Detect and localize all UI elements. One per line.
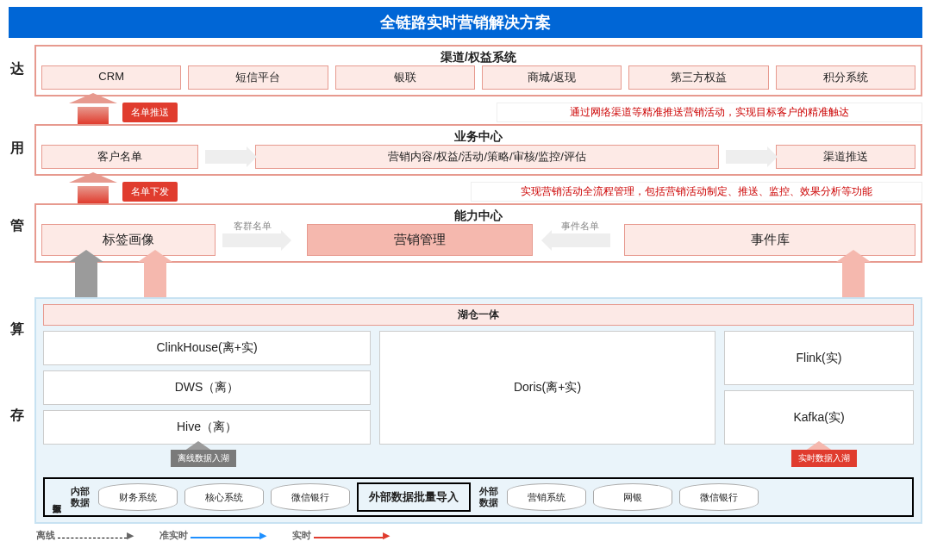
- lake-kafka: Kafka(实): [724, 390, 914, 445]
- big-arrow-gray: [69, 250, 103, 302]
- biz-title: 业务中心: [41, 129, 915, 145]
- diagram-body: 达 用 管 算 存 渠道/权益系统 CRM 短信平台 银联 商城/返现 第三方权…: [34, 45, 922, 524]
- tag-push: 名单推送: [122, 103, 178, 122]
- ch-crm: CRM: [41, 65, 181, 90]
- lake-doris: Doris(离+实): [379, 331, 715, 445]
- biz-left: 客户名单: [41, 145, 198, 169]
- biz-panel: 业务中心 客户名单 营销内容/权益/活动/策略/审核/监控/评估 渠道推送: [34, 124, 922, 176]
- lake-title: 湖仓一体: [43, 304, 914, 326]
- biz-right: 渠道推送: [776, 145, 915, 169]
- ch-union: 银联: [335, 65, 475, 90]
- lake-flink: Flink(实): [724, 331, 914, 385]
- arrow-icon: 事件名单: [550, 233, 610, 247]
- data-source-row: 数据源 内部 数据 财务系统 核心系统 微信银行 外部数据批量导入 外部 数据 …: [43, 477, 914, 517]
- arrow-icon: [726, 150, 769, 164]
- ch-points: 积分系统: [776, 65, 915, 90]
- cap-right: 事件库: [624, 224, 915, 256]
- legend: 离线 ▶ 准实时 ▶ 实时 ▶: [36, 529, 922, 542]
- leg-offline: 离线 ▶: [36, 529, 134, 542]
- arrow-up-1: [69, 100, 117, 124]
- side-suan: 算: [10, 320, 24, 339]
- big-arrow-pink2: [836, 250, 871, 302]
- big-arrow-pink1: [138, 250, 172, 302]
- side-da: 达: [10, 60, 24, 78]
- cyl-mkt: 营销系统: [507, 483, 586, 511]
- cyl-ebank: 网银: [593, 483, 672, 511]
- ch-3rd: 第三方权益: [628, 65, 768, 90]
- cyl-wx2: 微信银行: [679, 483, 759, 511]
- cap-title: 能力中心: [41, 208, 915, 224]
- ch-sms: 短信平台: [188, 65, 328, 90]
- lake-dws: DWS（离）: [43, 370, 371, 405]
- ch-mall: 商城/返现: [482, 65, 622, 90]
- cyl-wx1: 微信银行: [271, 483, 350, 511]
- biz-note: 实现营销活动全流程管理，包括营销活动制定、推送、监控、效果分析等功能: [471, 182, 922, 202]
- side-guan: 管: [10, 217, 24, 235]
- lake-ch: ClinkHouse(离+实): [43, 331, 371, 365]
- cap-mid: 营销管理: [307, 224, 533, 256]
- cyl-core: 核心系统: [184, 483, 264, 511]
- ext-import: 外部数据批量导入: [357, 482, 471, 512]
- grp-internal: 内部 数据: [69, 486, 91, 508]
- grp-external: 外部 数据: [478, 486, 500, 508]
- leg-near: 准实时 ▶: [159, 529, 266, 542]
- lake-panel: 湖仓一体 ClinkHouse(离+实) DWS（离） Hive（离） Dori…: [34, 297, 922, 524]
- side-cun: 存: [10, 407, 24, 425]
- channel-title: 渠道/权益系统: [41, 50, 915, 65]
- lake-hive: Hive（离）: [43, 410, 371, 445]
- biz-mid: 营销内容/权益/活动/策略/审核/监控/评估: [255, 145, 719, 169]
- leg-rt: 实时 ▶: [292, 529, 390, 542]
- tag-offline: 离线数据入湖: [171, 450, 236, 467]
- cyl-fin: 财务系统: [98, 483, 178, 511]
- channel-panel: 渠道/权益系统 CRM 短信平台 银联 商城/返现 第三方权益 积分系统: [34, 45, 922, 96]
- arrow-icon: 客群名单: [222, 233, 283, 247]
- channel-note: 通过网络渠道等精准推送营销活动，实现目标客户的精准触达: [497, 103, 922, 122]
- cap-left: 标签画像: [41, 224, 216, 256]
- title-bar: 全链路实时营销解决方案: [9, 7, 922, 38]
- arrow-icon: [205, 150, 248, 164]
- arrow-up-2: [69, 179, 117, 203]
- tag-issue: 名单下发: [122, 182, 178, 202]
- tag-realtime: 实时数据入湖: [791, 450, 857, 467]
- side-yong: 用: [10, 140, 24, 158]
